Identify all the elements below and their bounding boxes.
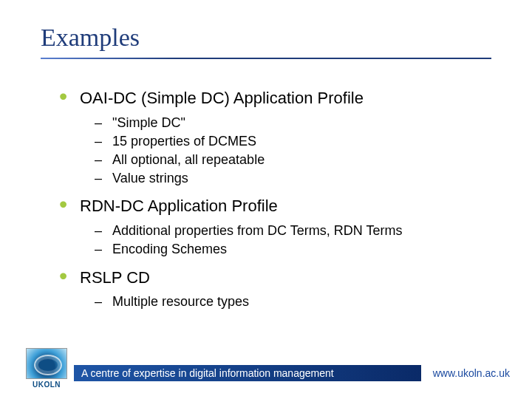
slide: Examples OAI-DC (Simple DC) Application … [0, 0, 532, 399]
sub-bullet: Value strings [95, 169, 488, 188]
bullet-label: OAI-DC (Simple DC) Application Profile [80, 89, 364, 107]
slide-title: Examples [41, 24, 140, 52]
sub-bullet: Multiple resource types [95, 293, 488, 311]
footer-url: www.ukoln.ac.uk [433, 367, 510, 379]
sub-bullet: "Simple DC" [95, 114, 488, 132]
sub-bullet: Additional properties from DC Terms, RDN… [95, 222, 488, 240]
logo-label: UKOLN [26, 381, 67, 389]
bullet-item: RDN-DC Application Profile Additional pr… [59, 195, 488, 259]
footer: UKOLN A centre of expertise in digital i… [0, 341, 532, 399]
sub-bullet: Encoding Schemes [95, 240, 488, 259]
content-area: OAI-DC (Simple DC) Application Profile "… [59, 87, 488, 318]
sub-bullet: All optional, all repeatable [95, 151, 488, 169]
title-underline [41, 58, 491, 59]
logo-icon [26, 348, 67, 379]
bullet-label: RSLP CD [80, 268, 150, 287]
bullet-item: RSLP CD Multiple resource types [59, 267, 488, 312]
bullet-label: RDN-DC Application Profile [80, 197, 278, 215]
logo: UKOLN [26, 348, 67, 389]
sub-bullet: 15 properties of DCMES [95, 132, 488, 151]
bullet-item: OAI-DC (Simple DC) Application Profile "… [59, 87, 488, 188]
footer-tagline: A centre of expertise in digital informa… [81, 367, 334, 379]
